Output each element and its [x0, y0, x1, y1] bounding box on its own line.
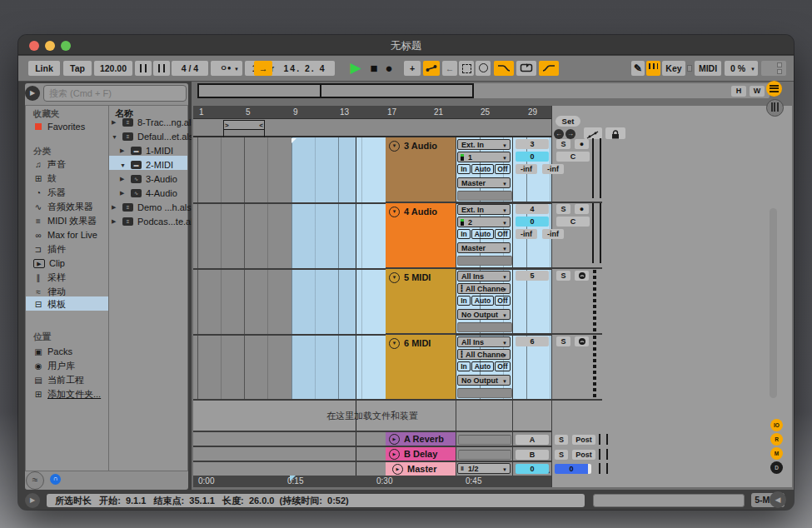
- track-header-5-midi[interactable]: ▼5 MIDI: [386, 269, 456, 333]
- monitor-in-button[interactable]: In: [457, 361, 471, 371]
- tap-tempo-button[interactable]: Tap: [63, 61, 92, 76]
- punch-in-button[interactable]: [494, 61, 514, 76]
- fold-track-icon[interactable]: ▼: [389, 272, 400, 283]
- optimize-width-button[interactable]: W: [750, 86, 765, 97]
- monitor-auto-button[interactable]: Auto: [471, 296, 494, 306]
- file-row-default-set[interactable]: ▼≡Defaul...et.als: [112, 130, 193, 143]
- sidebar-item-drums[interactable]: ⊞鼓: [33, 172, 57, 185]
- return-header-a-reverb[interactable]: ▶A Reverb: [386, 432, 456, 446]
- beat-time-ruler[interactable]: 1 5 9 13 17 21 25 29: [193, 106, 551, 119]
- sidebar-item-packs[interactable]: ▣Packs: [33, 345, 72, 358]
- tree-expanded-icon[interactable]: ▼: [120, 162, 127, 168]
- drop-zone[interactable]: 在这里加载文件和装置: [193, 400, 551, 431]
- tree-collapsed-icon[interactable]: ▶: [112, 204, 118, 211]
- stop-button[interactable]: ■: [366, 59, 381, 77]
- return-header-b-delay[interactable]: ▶B Delay: [386, 447, 456, 461]
- midi-overdub-button[interactable]: +: [404, 61, 421, 76]
- vertical-scrollbar[interactable]: [770, 208, 777, 398]
- output-type-chooser[interactable]: Master: [457, 177, 511, 188]
- automation-mode-button[interactable]: [584, 127, 602, 139]
- sidebar-item-sounds[interactable]: ♫声音: [33, 157, 66, 171]
- input-type-chooser[interactable]: Ext. In: [457, 139, 511, 150]
- solo-button[interactable]: S: [556, 204, 570, 214]
- volume-field[interactable]: -inf: [542, 229, 564, 239]
- session-view-toggle[interactable]: [766, 99, 784, 117]
- punch-out-button[interactable]: [539, 61, 559, 76]
- loop-end-marker[interactable]: <: [259, 121, 263, 130]
- output-channel-box[interactable]: [457, 191, 512, 201]
- master-name[interactable]: Master: [407, 464, 436, 474]
- tree-collapsed-icon[interactable]: ▶: [112, 119, 118, 126]
- preview-icon[interactable]: ▶: [389, 434, 400, 445]
- solo-button[interactable]: S: [555, 435, 568, 445]
- tree-collapsed-icon[interactable]: ▶: [112, 218, 118, 225]
- follow-button[interactable]: →: [254, 61, 272, 76]
- sidebar-item-midi-effects[interactable]: ≡MIDI 效果器: [33, 214, 97, 227]
- monitor-off-button[interactable]: Off: [495, 296, 511, 306]
- file-row-8track[interactable]: ▶≡8-Trac...ng.als: [112, 116, 196, 129]
- master-pan-knob[interactable]: 0: [516, 464, 549, 474]
- output-channel-box[interactable]: [457, 388, 512, 398]
- track-name[interactable]: 4 Audio: [404, 207, 437, 217]
- metronome-button[interactable]: O●: [211, 61, 242, 76]
- detail-view-toggle[interactable]: ◀: [770, 491, 786, 508]
- monitor-auto-button[interactable]: Auto: [471, 361, 494, 371]
- sidebar-item-add-folder[interactable]: ⊞添加文件夹...: [33, 387, 101, 401]
- track-name[interactable]: 6 MIDI: [404, 338, 431, 348]
- monitor-off-button[interactable]: Off: [495, 229, 511, 239]
- arrangement-overview[interactable]: [197, 83, 770, 98]
- output-channel-box[interactable]: [457, 322, 512, 332]
- pre-post-toggle[interactable]: Post: [572, 435, 595, 445]
- fold-track-icon[interactable]: ▼: [389, 141, 400, 152]
- arrangement-position-display[interactable]: 14. 2. 4: [275, 61, 335, 76]
- solo-button[interactable]: S: [555, 450, 568, 460]
- next-cue-button[interactable]: →: [565, 129, 575, 139]
- automation-arm-button[interactable]: [423, 61, 440, 76]
- time-ruler[interactable]: 0:00 0:15 0:30 0:45: [193, 476, 551, 487]
- prev-cue-button[interactable]: ←: [554, 129, 564, 139]
- monitor-in-button[interactable]: In: [457, 229, 471, 239]
- return-activator[interactable]: B: [516, 450, 549, 460]
- set-button[interactable]: Set: [555, 116, 580, 127]
- input-channel-chooser[interactable]: All Channe ┇: [457, 283, 511, 294]
- file-row-2-midi[interactable]: ▼▬2-MIDI: [120, 158, 173, 172]
- volume-field[interactable]: -inf: [516, 164, 537, 174]
- solo-button[interactable]: S: [556, 271, 570, 281]
- optimize-height-button[interactable]: H: [731, 86, 746, 97]
- track-activator[interactable]: 5: [516, 271, 549, 281]
- return-name[interactable]: B Delay: [404, 449, 437, 459]
- scrub-area[interactable]: > <: [193, 119, 551, 137]
- volume-field[interactable]: -inf: [516, 229, 537, 239]
- link-button[interactable]: Link: [28, 61, 60, 76]
- output-type-chooser[interactable]: Master: [457, 242, 511, 253]
- return-io-box[interactable]: [458, 435, 511, 445]
- sidebar-item-max-for-live[interactable]: ∞Max for Live: [33, 228, 97, 242]
- record-button[interactable]: ●: [381, 59, 396, 77]
- tempo-field[interactable]: 120.00: [94, 61, 132, 76]
- track-header-3-audio[interactable]: ▼3 Audio: [386, 137, 456, 202]
- track-activator[interactable]: 4: [516, 204, 549, 214]
- input-type-chooser[interactable]: All Ins: [457, 271, 511, 281]
- input-channel-chooser[interactable]: All Channe ┇: [457, 349, 511, 360]
- midi-arm-button[interactable]: [575, 271, 589, 281]
- title-bar[interactable]: 无标题: [18, 35, 794, 55]
- pan-center-button[interactable]: C: [556, 152, 590, 162]
- tree-collapsed-icon[interactable]: ▶: [120, 176, 127, 182]
- sidebar-item-instruments[interactable]: ◔乐器: [33, 186, 66, 199]
- loop-brace[interactable]: > <: [223, 120, 265, 130]
- input-channel-chooser[interactable]: 1: [457, 152, 511, 162]
- tree-collapsed-icon[interactable]: ▶: [120, 147, 127, 154]
- overview-viewport-box[interactable]: [197, 83, 474, 98]
- file-row-3-audio[interactable]: ▶∿3-Audio: [120, 172, 177, 186]
- input-channel-chooser[interactable]: 2: [457, 217, 511, 227]
- file-row-demo[interactable]: ▶≡Demo ...h.als: [112, 201, 192, 214]
- pan-knob[interactable]: 0: [516, 217, 549, 227]
- io-section-toggle[interactable]: IO: [770, 419, 783, 431]
- nudge-up-button[interactable]: [153, 61, 170, 76]
- master-output-chooser[interactable]: 1/2 ‖: [457, 463, 511, 474]
- session-record-button[interactable]: [476, 61, 491, 76]
- time-signature-field[interactable]: 4 / 4: [172, 61, 208, 76]
- arrangement-view-toggle[interactable]: [766, 81, 782, 97]
- output-type-chooser[interactable]: No Output: [457, 309, 511, 320]
- search-input[interactable]: [43, 85, 187, 102]
